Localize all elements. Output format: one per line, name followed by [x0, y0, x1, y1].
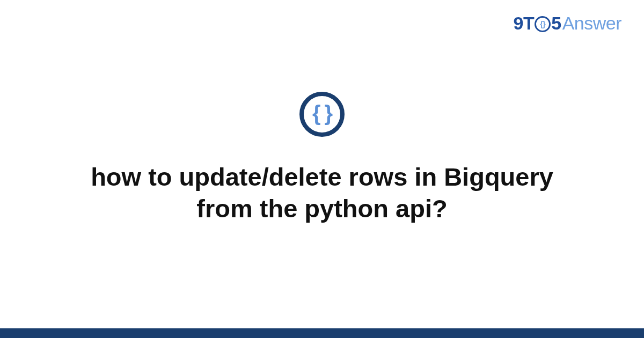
braces-glyph: { }	[312, 102, 332, 124]
main-content: { } how to update/delete rows in Bigquer…	[0, 0, 644, 338]
code-braces-icon: { }	[299, 92, 345, 137]
question-title: how to update/delete rows in Bigquery fr…	[64, 161, 580, 225]
footer-accent-bar	[0, 328, 644, 338]
